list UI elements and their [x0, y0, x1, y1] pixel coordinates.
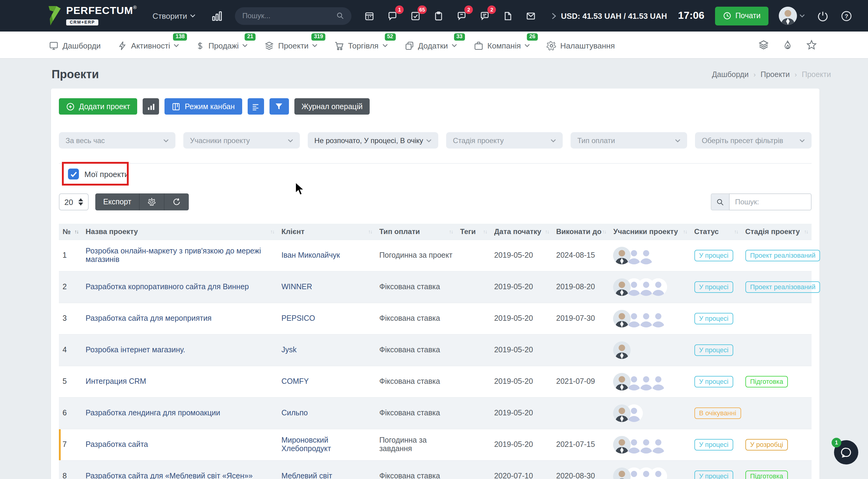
client-link[interactable]: Мироновский Хлебопродукт: [281, 436, 331, 453]
clipboard-icon[interactable]: [433, 11, 444, 21]
table-search-button[interactable]: [711, 194, 729, 210]
start-timer-button[interactable]: Почати: [715, 6, 769, 25]
reports-chart-icon[interactable]: [211, 10, 223, 22]
messages-icon[interactable]: 2: [457, 11, 467, 21]
chevron-down-icon: [675, 139, 680, 142]
status-badge: У процесі: [694, 281, 733, 293]
filter-status[interactable]: Не розпочато, У процесі, В очіку: [308, 132, 439, 148]
cell-client: PEPSICO: [278, 303, 376, 334]
export-button[interactable]: Експорт: [95, 194, 139, 210]
filter-label: Учасники проекту: [190, 136, 288, 145]
project-link[interactable]: Разработка лендинга для промоакции: [86, 409, 220, 417]
mail-icon[interactable]: [526, 11, 536, 21]
chart-view-button[interactable]: [143, 98, 159, 114]
nav-item-sales[interactable]: Продажі21: [196, 39, 248, 50]
project-link[interactable]: Интеграция CRM: [86, 377, 146, 386]
table-search-input[interactable]: [729, 194, 811, 210]
chat-icon[interactable]: 1: [387, 11, 398, 21]
nav-item-apps[interactable]: Додатки33: [404, 39, 457, 50]
nav-item-activities[interactable]: Активності138: [117, 39, 179, 50]
comments-icon[interactable]: 2: [479, 11, 490, 21]
page-size-select[interactable]: 20: [59, 194, 89, 210]
column-header[interactable]: Учасники проекту↑↓: [610, 224, 690, 240]
column-header[interactable]: Клієнт↑↓: [278, 224, 376, 240]
client-link[interactable]: Сильпо: [281, 409, 308, 417]
nav-item-company[interactable]: Компанія26: [473, 39, 530, 50]
calendar-icon[interactable]: [364, 11, 374, 21]
column-header[interactable]: Дата початку↑↓: [491, 224, 552, 240]
project-link[interactable]: Розробка онлайн-маркету з прив'язкою до …: [86, 247, 261, 264]
project-link[interactable]: Разработка сайта для мероприятия: [86, 314, 212, 322]
filter-members[interactable]: Учасники проекту: [183, 132, 300, 148]
create-menu[interactable]: Створити: [152, 11, 195, 20]
filter-label: За весь час: [66, 136, 163, 145]
search-icon[interactable]: [336, 11, 344, 20]
project-link[interactable]: Розробка інтернет магазину.: [86, 346, 185, 354]
client-link[interactable]: WINNER: [281, 282, 312, 291]
currency-rates[interactable]: USD: 41.53 UAH / 41.53 UAH: [561, 11, 667, 20]
column-header[interactable]: Статус↑↓: [690, 224, 741, 240]
search-icon: [716, 198, 724, 206]
client-link[interactable]: Jysk: [281, 346, 297, 354]
column-header[interactable]: №↑↓: [59, 224, 82, 240]
client-link[interactable]: Меблевий світ: [281, 472, 332, 479]
currency-expand-icon[interactable]: [552, 12, 556, 19]
document-icon[interactable]: [503, 11, 513, 21]
table-settings-button[interactable]: [139, 194, 164, 210]
layers-icon[interactable]: [758, 39, 769, 50]
support-chat-widget[interactable]: 1: [834, 440, 858, 465]
column-header[interactable]: Тип оплати↑↓: [376, 224, 457, 240]
user-avatar[interactable]: [779, 7, 797, 25]
filter-stage[interactable]: Стадія проекту: [446, 132, 563, 148]
column-header[interactable]: Назва проекту↑↓: [82, 224, 278, 240]
global-search-input[interactable]: [242, 11, 336, 20]
nav-item-trade[interactable]: Торгівля52: [334, 39, 388, 50]
filter-button[interactable]: [270, 98, 289, 114]
chevron-down-icon: [242, 44, 248, 47]
list-view-button[interactable]: [248, 98, 264, 114]
status-badge: У процесі: [694, 249, 733, 261]
project-link[interactable]: Разработка сайта для «Меблевий світ «Ясе…: [86, 472, 252, 479]
client-link[interactable]: Іван Миколайчук: [281, 251, 340, 260]
cell-status: У процесі: [690, 460, 741, 479]
client-link[interactable]: COMFY: [281, 377, 309, 386]
user-menu-chevron-icon[interactable]: [799, 14, 805, 18]
add-project-button[interactable]: Додати проект: [59, 98, 137, 114]
nav-item-settings[interactable]: Налаштування: [546, 39, 615, 50]
tasks-icon[interactable]: 65: [410, 11, 421, 21]
filter-payment[interactable]: Тип оплати: [570, 132, 687, 148]
cell-stage: Проект реалізований: [741, 240, 811, 271]
my-projects-checkbox[interactable]: Мої проекти: [68, 169, 129, 179]
nav-item-label: Торгівля: [348, 41, 379, 50]
cell-project-name: Разработка сайта для мероприятия: [82, 303, 278, 334]
nav-item-dashboards[interactable]: Дашборди: [49, 39, 101, 50]
project-link[interactable]: Разработка сайта: [86, 440, 148, 449]
column-header[interactable]: Виконати до↑↓: [553, 224, 610, 240]
table-row: 6Разработка лендинга для промоакцииСильп…: [59, 397, 811, 429]
column-header[interactable]: Стадія проекту↑↓: [741, 224, 811, 240]
logout-power-icon[interactable]: [817, 10, 829, 22]
sort-arrows-icon: ↑↓: [734, 229, 738, 235]
flame-icon[interactable]: [782, 39, 793, 50]
filter-preset[interactable]: Оберіть пресет фільтрів: [695, 132, 811, 148]
operations-journal-button[interactable]: Журнал операцій: [294, 98, 370, 114]
filter-period[interactable]: За весь час: [59, 132, 176, 148]
breadcrumb-item[interactable]: Проекти: [761, 70, 790, 79]
cell-start-date: 2019-05-20: [491, 303, 552, 334]
star-icon[interactable]: [806, 39, 817, 50]
kanban-mode-button[interactable]: Режим канбан: [165, 98, 242, 114]
table-header-row: №↑↓Назва проекту↑↓Клієнт↑↓Тип оплати↑↓Те…: [59, 224, 811, 240]
column-header[interactable]: Теги↑↓: [457, 224, 491, 240]
cell-number: 7: [59, 429, 82, 460]
breadcrumb-item[interactable]: Дашборди: [712, 70, 749, 79]
refresh-button[interactable]: [164, 194, 189, 210]
clock-icon: [723, 11, 732, 20]
table-row: 1Розробка онлайн-маркету з прив'язкою до…: [59, 240, 811, 271]
client-link[interactable]: PEPSICO: [281, 314, 315, 322]
help-icon[interactable]: ?: [841, 10, 852, 22]
cell-members: [610, 240, 690, 271]
brand-logo[interactable]: PERFECTUM® CRM+ERP: [48, 5, 136, 26]
nav-item-label: Активності: [131, 41, 170, 50]
nav-item-projects[interactable]: Проекти319: [264, 39, 317, 50]
project-link[interactable]: Разработка корпоративного сайта для Винн…: [86, 282, 249, 291]
